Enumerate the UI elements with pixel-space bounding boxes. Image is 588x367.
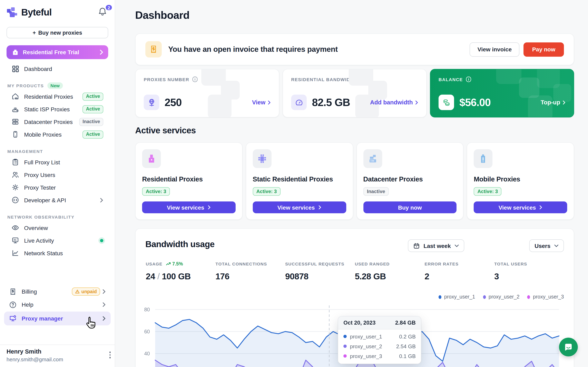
stat-error-rates: ERROR RATES 2 (424, 261, 494, 281)
user-account: Henry Smith henry.smith@gmail.com (7, 348, 111, 363)
tooltip-total: 2.84 GB (395, 320, 416, 326)
stat-cards-row: PROXIES NUMBER 250 View (135, 69, 574, 117)
info-icon[interactable] (360, 76, 366, 82)
stat-total-users: TOTAL USERS 3 (494, 261, 564, 281)
residential-service-icon (142, 149, 161, 168)
open-invoice-banner: You have an open invoice that requires p… (135, 33, 574, 65)
bandwidth-usage-title: Bandwidth usage (145, 239, 215, 249)
tooltip-row: proxy_user_1 0.2 GB (338, 332, 421, 341)
view-services-button[interactable]: View services (474, 201, 567, 213)
info-icon[interactable] (192, 76, 198, 82)
proxies-number-card: PROXIES NUMBER 250 View (135, 69, 279, 117)
sidebar-item-proxy-manager[interactable]: Proxy manager (4, 312, 111, 325)
service-card-residential: Residential Proxies Active: 3 View servi… (135, 142, 242, 220)
app-root: Byteful 2 + Buy new proxies (0, 0, 588, 367)
bandwidth-stats-row: USAGE 7.5% 24 / 100 GB TOTAL CONNECTIONS… (146, 261, 564, 281)
sidebar-item-overview[interactable]: Overview (7, 221, 108, 234)
sidebar-item-proxy-users[interactable]: Proxy Users (7, 168, 108, 181)
chevron-right-icon (415, 100, 418, 105)
status-badge: Active (83, 130, 103, 138)
live-status-dot (100, 239, 103, 242)
tooltip-row: proxy_user_2 2.54 GB (338, 341, 421, 351)
sidebar-item-residential-proxies[interactable]: Residential Proxies Active (7, 90, 108, 103)
tooltip-row: proxy_user_3 0.1 GB (338, 351, 421, 361)
section-network-observability: NETWORK OBSERVABILITY (7, 212, 108, 221)
sidebar-item-billing[interactable]: Billing unpaid (4, 285, 111, 298)
coins-icon (439, 95, 454, 110)
sidebar: Byteful 2 + Buy new proxies (0, 0, 115, 367)
stat-total-connections: TOTAL CONNECTIONS 176 (215, 261, 285, 281)
residential-bandwidth-card: RESIDENTIAL BANDWIDTH 82.5 GB Add bandwi… (283, 69, 427, 117)
sidebar-item-developer-api[interactable]: Developer & API (7, 194, 108, 206)
legend-item[interactable]: proxy_user_1 (439, 294, 475, 300)
chevron-right-icon (540, 205, 543, 210)
view-invoice-button[interactable]: View invoice (470, 42, 520, 57)
sidebar-bottom-group: Billing unpaid Help (4, 285, 111, 326)
sidebar-item-mobile-proxies[interactable]: Mobile Proxies Active (7, 128, 108, 141)
pay-now-button[interactable]: Pay now (523, 42, 564, 57)
group-by-select[interactable]: Users (529, 239, 564, 252)
bandwidth-usage-card: Bandwidth usage Last week Users USAGE 7 (135, 228, 574, 367)
chevron-right-icon (100, 198, 103, 202)
info-icon[interactable] (466, 76, 472, 82)
add-bandwidth-link[interactable]: Add bandwidth (370, 99, 418, 106)
proxy-manager-icon (9, 315, 17, 322)
home-signal-icon (11, 92, 19, 100)
notification-badge: 2 (105, 4, 113, 11)
legend-item[interactable]: proxy_user_2 (483, 294, 520, 300)
svg-text:60: 60 (144, 329, 150, 334)
sidebar-item-full-proxy-list[interactable]: Full Proxy List (7, 156, 108, 168)
user-menu-button[interactable] (109, 351, 111, 358)
line-chart-icon (11, 249, 19, 257)
stat-usage: USAGE 7.5% 24 / 100 GB (146, 261, 215, 281)
sidebar-item-datacenter-proxies[interactable]: Datacenter Proxies Inactive (7, 115, 108, 128)
service-card-static-residential: Static Residential Proxies Active: 3 Vie… (246, 142, 353, 220)
support-chat-button[interactable] (559, 338, 578, 356)
chevron-down-icon (554, 244, 559, 247)
sidebar-item-static-isp-proxies[interactable]: Static ISP Proxies Active (7, 103, 108, 115)
view-proxies-link[interactable]: View (252, 99, 271, 106)
help-icon (9, 301, 17, 309)
billing-receipt-icon (9, 288, 17, 295)
notifications-button[interactable]: 2 (98, 7, 108, 17)
chevron-right-icon (563, 100, 566, 105)
sidebar-item-help[interactable]: Help (4, 299, 111, 311)
buy-now-button[interactable]: Buy now (363, 201, 457, 213)
bandwidth-value: 82.5 GB (312, 96, 350, 109)
users-icon (11, 171, 19, 179)
dashboard-grid-icon (11, 65, 19, 73)
stat-used-ranged: USED RANGED 5.28 GB (355, 261, 424, 281)
legend-item[interactable]: proxy_user_3 (527, 294, 564, 300)
sidebar-item-proxy-tester[interactable]: Proxy Tester (7, 181, 108, 194)
invoice-icon (145, 41, 162, 58)
sidebar-divider (0, 345, 115, 345)
chart-legend: proxy_user_1 proxy_user_2 proxy_user_3 (439, 294, 564, 300)
suitcase-icon (11, 48, 19, 56)
mobile-service-icon (474, 149, 493, 168)
service-card-datacenter: Datacenter Proxies Inactive Buy now (356, 142, 464, 220)
code-circle-icon (11, 196, 19, 204)
service-status-badge: Active: 3 (474, 187, 502, 196)
period-select[interactable]: Last week (408, 239, 464, 252)
warning-icon (75, 290, 80, 294)
active-services-title: Active services (135, 125, 574, 135)
usage-delta: 7.5% (166, 261, 183, 266)
buy-new-proxies-button[interactable]: + Buy new proxies (7, 27, 108, 38)
residential-free-trial-button[interactable]: Residential Free Trial (7, 45, 108, 59)
sidebar-item-live-activity[interactable]: Live Activity (7, 234, 108, 247)
status-badge: Inactive (79, 118, 103, 126)
plus-icon: + (33, 30, 36, 36)
svg-text:80: 80 (144, 307, 150, 312)
sidebar-item-network-status[interactable]: Network Status (7, 247, 108, 259)
user-email: henry.smith@gmail.com (7, 356, 63, 363)
chevron-right-icon (103, 302, 106, 307)
top-up-link[interactable]: Top-up (541, 99, 566, 106)
sidebar-item-dashboard[interactable]: Dashboard (7, 62, 108, 75)
view-services-button[interactable]: View services (142, 201, 236, 213)
page-title: Dashboard (135, 9, 574, 22)
service-card-mobile: Mobile Proxies Active: 3 View services (467, 142, 574, 220)
banner-message: You have an open invoice that requires p… (168, 45, 338, 54)
tooltip-date: Oct 20, 2023 (343, 320, 376, 326)
chevron-right-icon (100, 49, 103, 55)
view-services-button[interactable]: View services (253, 201, 346, 213)
